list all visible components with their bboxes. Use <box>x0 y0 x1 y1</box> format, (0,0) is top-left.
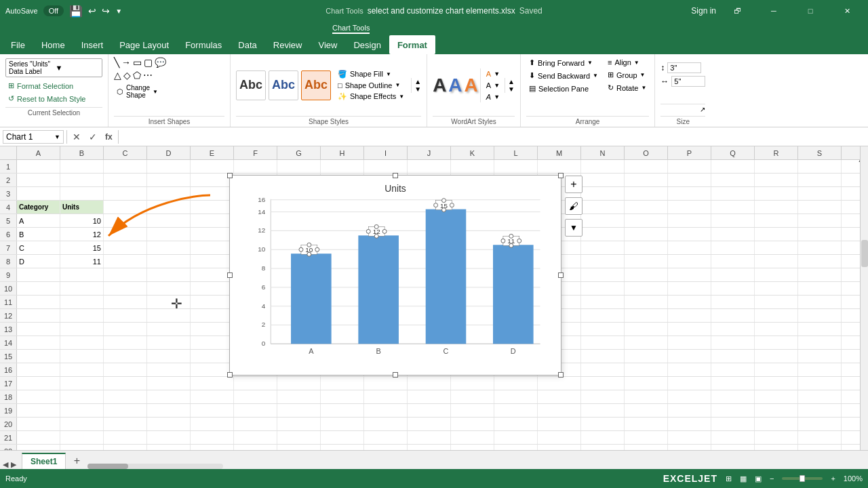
shape-fill-button[interactable]: 🪣 Shape Fill ▼ <box>334 68 408 80</box>
group-button[interactable]: ⊞ Group ▼ <box>605 69 649 81</box>
chart-handle-ml[interactable] <box>227 272 233 278</box>
chart-svg: Units 0 2 4 6 8 10 12 <box>230 176 561 375</box>
reset-style-button[interactable]: ↺ Reset to Match Style <box>5 93 102 104</box>
horizontal-scrollbar-thumb[interactable] <box>87 464 128 469</box>
shape-more-icon[interactable]: ⋯ <box>143 70 153 81</box>
statusbar-right: EXCELJET ⊞ ▦ ▣ − + 100% <box>663 473 863 484</box>
outline-icon: □ <box>338 81 342 89</box>
bar-c[interactable] <box>426 209 467 344</box>
menu-page-layout[interactable]: Page Layout <box>111 35 177 54</box>
menu-insert[interactable]: Insert <box>73 35 112 54</box>
name-box[interactable]: Chart 1 ▼ <box>3 130 64 144</box>
minimize-button[interactable]: ─ <box>758 0 789 22</box>
row-num-1: 1 <box>0 160 17 173</box>
size-expand-icon[interactable]: ↗ <box>700 106 705 113</box>
signin-button[interactable]: Sign in <box>691 6 716 16</box>
shape-diamond-icon[interactable]: ◇ <box>123 70 131 81</box>
autosave-label: AutoSave <box>5 7 38 15</box>
shape-line-icon[interactable]: ╲ <box>114 57 119 68</box>
change-shape-arrow-icon: ▼ <box>153 89 158 95</box>
page-layout-view-icon[interactable]: ▦ <box>740 474 747 483</box>
svg-text:14: 14 <box>258 208 266 216</box>
menu-view[interactable]: View <box>310 35 345 54</box>
menu-review[interactable]: Review <box>265 35 311 54</box>
shape-outline-button[interactable]: □ Shape Outline ▼ <box>334 80 408 91</box>
quick-access-more[interactable]: ▼ <box>115 7 122 15</box>
text-effects-button[interactable]: A ▼ <box>484 92 502 102</box>
menu-format[interactable]: Format <box>389 35 435 54</box>
vertical-scrollbar[interactable] <box>860 146 868 458</box>
cell-a1[interactable] <box>17 160 60 173</box>
bar-a[interactable] <box>291 253 332 344</box>
redo-icon[interactable]: ↪ <box>102 5 110 16</box>
chart-handle-bl[interactable] <box>227 372 233 378</box>
prev-sheet-icon[interactable]: ◀ <box>3 460 8 469</box>
height-input[interactable] <box>667 62 701 73</box>
confirm-formula-button[interactable]: ✓ <box>86 131 100 142</box>
selection-pane-button[interactable]: ▤ Selection Pane <box>526 83 601 94</box>
shape-style-btn-2[interactable]: Abc <box>269 70 298 100</box>
add-chart-element-button[interactable]: + <box>565 176 583 193</box>
styles-expand-icon[interactable]: ▲▼ <box>414 78 421 93</box>
zoom-out-icon[interactable]: − <box>770 474 774 483</box>
chart-handle-mr[interactable] <box>558 272 564 278</box>
save-icon[interactable]: 💾 <box>69 5 83 18</box>
send-backward-button[interactable]: ⬇ Send Backward ▼ <box>526 70 601 81</box>
height-icon: ↕ <box>660 63 665 73</box>
menu-design[interactable]: Design <box>345 35 389 54</box>
add-sheet-button[interactable]: + <box>68 454 85 468</box>
normal-view-icon[interactable]: ⊞ <box>726 474 732 483</box>
zoom-slider[interactable] <box>800 475 805 482</box>
format-selection-icon: ⊞ <box>8 81 14 90</box>
wordart-group: A A A A ▼ A ▼ A ▼ ▲▼ WordArt <box>427 54 521 127</box>
restore-window-button[interactable]: 🗗 <box>722 0 753 22</box>
menu-home[interactable]: Home <box>33 35 73 54</box>
rotate-button[interactable]: ↻ Rotate ▼ <box>605 82 649 94</box>
text-fill-button[interactable]: A ▼ <box>484 68 502 79</box>
maximize-button[interactable]: □ <box>795 0 826 22</box>
chart-container[interactable]: Units 0 2 4 6 8 10 12 <box>229 175 561 375</box>
zoom-in-icon[interactable]: + <box>831 474 835 483</box>
menu-file[interactable]: File <box>3 35 33 54</box>
chart-handle-tl[interactable] <box>227 173 233 178</box>
sheet-tab-sheet1[interactable]: Sheet1 <box>22 453 66 469</box>
next-sheet-icon[interactable]: ▶ <box>11 460 16 469</box>
svg-text:B: B <box>376 347 381 355</box>
chart-handle-tc[interactable] <box>393 173 398 178</box>
change-shape-button[interactable]: ⬡ ChangeShape ▼ <box>114 83 161 100</box>
text-outline-button[interactable]: A ▼ <box>484 80 502 91</box>
width-input[interactable] <box>671 76 705 87</box>
insert-function-button[interactable]: fx <box>102 132 115 142</box>
autosave-toggle[interactable]: Off <box>43 5 64 16</box>
chart-filter-button[interactable]: ▼ <box>565 219 583 237</box>
shape-rounded-rect-icon[interactable]: ▢ <box>144 57 153 68</box>
chart-element-dropdown[interactable]: Series "Units" Data Label ▼ <box>5 58 102 77</box>
chart-handle-bc[interactable] <box>393 372 398 378</box>
shape-triangle-icon[interactable]: △ <box>114 70 121 81</box>
bring-forward-button[interactable]: ⬆ Bring Forward ▼ <box>526 57 601 68</box>
shape-style-btn-1[interactable]: Abc <box>236 70 266 100</box>
chart-handle-br[interactable] <box>558 372 564 378</box>
menu-formulas[interactable]: Formulas <box>177 35 230 54</box>
wordart-expand-icon[interactable]: ▲▼ <box>508 78 515 93</box>
page-break-view-icon[interactable]: ▣ <box>755 474 762 483</box>
shape-effects-button[interactable]: ✨ Shape Effects ▼ <box>334 91 408 102</box>
scrollbar-thumb[interactable] <box>861 240 868 267</box>
chart-style-button[interactable]: 🖌 <box>565 197 583 215</box>
bar-b[interactable] <box>358 235 399 344</box>
shape-style-btn-3[interactable]: Abc <box>301 70 331 100</box>
bar-d[interactable] <box>493 245 534 344</box>
cancel-formula-button[interactable]: ✕ <box>70 131 83 142</box>
shape-arrow-icon[interactable]: → <box>121 57 131 68</box>
saved-label: Saved <box>519 6 542 16</box>
shape-pentagon-icon[interactable]: ⬠ <box>133 70 141 81</box>
formula-input[interactable] <box>121 130 865 143</box>
menu-data[interactable]: Data <box>230 35 264 54</box>
undo-icon[interactable]: ↩ <box>88 5 96 16</box>
close-button[interactable]: ✕ <box>831 0 863 22</box>
format-selection-button[interactable]: ⊞ Format Selection <box>5 80 102 92</box>
chart-handle-tr[interactable] <box>558 173 564 178</box>
shape-callout-icon[interactable]: 💬 <box>155 57 166 68</box>
shape-rect-icon[interactable]: ▭ <box>133 57 142 68</box>
align-button[interactable]: ≡ Align ▼ <box>605 57 649 68</box>
